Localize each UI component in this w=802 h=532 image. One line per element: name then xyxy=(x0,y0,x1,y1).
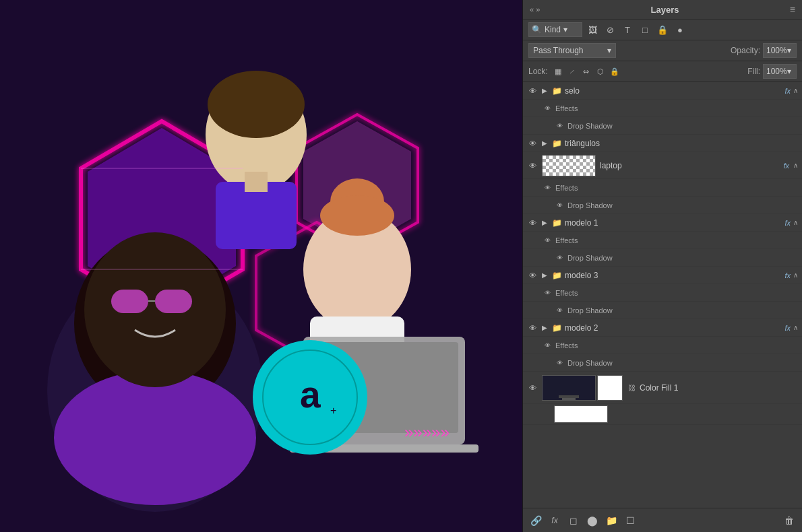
svg-point-9 xyxy=(84,232,226,387)
svg-point-14 xyxy=(208,71,305,138)
link-layers-icon[interactable]: 🔗 xyxy=(528,513,543,528)
lock-artboard-icon[interactable]: ⬡ xyxy=(594,65,607,77)
colorfill1-thumbs xyxy=(542,375,623,401)
chevron-up-laptop[interactable]: ∧ xyxy=(793,162,798,169)
layer-item-laptop-effects[interactable]: 👁 Effects xyxy=(523,179,802,197)
fill-section: Fill: 100% ▾ xyxy=(747,64,797,79)
effects-label-modelo1: Effects xyxy=(555,236,578,244)
canvas-svg: a + »»»»» xyxy=(0,0,522,532)
svg-text:a: a xyxy=(300,374,321,415)
fx-badge-laptop: fx xyxy=(783,162,789,170)
expand-arrow-modelo2[interactable]: ▶ xyxy=(541,324,549,332)
lock-move-icon[interactable]: ⇔ xyxy=(580,65,592,77)
filter-adjustment-icon[interactable]: ⊘ xyxy=(603,22,617,37)
visibility-icon-selo-effects[interactable]: 👁 xyxy=(542,103,553,114)
layer-fx-icon[interactable]: fx xyxy=(547,513,562,528)
layer-item-modelo1-dropshadow[interactable]: 👁 Drop Shadow xyxy=(523,249,802,267)
visibility-icon-colorfill1[interactable]: 👁 xyxy=(527,383,538,393)
visibility-icon-laptop[interactable]: 👁 xyxy=(527,160,538,171)
expand-arrow-modelo3[interactable]: ▶ xyxy=(541,271,549,279)
lock-pixels-icon[interactable]: ▦ xyxy=(552,65,564,77)
new-layer-icon[interactable]: ☐ xyxy=(623,513,638,528)
layer-item-selo-effects[interactable]: 👁 Effects xyxy=(523,100,802,117)
chevron-up-modelo1[interactable]: ∧ xyxy=(793,219,798,226)
lock-fill-row: Lock: ▦ ⟋ ⇔ ⬡ 🔒 Fill: 100% ▾ xyxy=(523,61,802,82)
layer-item-selo-dropshadow[interactable]: 👁 Drop Shadow xyxy=(523,117,802,135)
add-mask-icon[interactable]: ◻ xyxy=(566,513,581,528)
panel-menu-icon[interactable]: ≡ xyxy=(790,4,795,15)
layers-panel: « » Layers ≡ 🔍 Kind ▾ 🖼 ⊘ T □ 🔒 ● Pass T… xyxy=(522,0,802,532)
layer-name-selo: selo xyxy=(565,86,782,96)
visibility-icon-modelo1[interactable]: 👁 xyxy=(527,218,538,228)
filter-pixel-icon[interactable]: 🖼 xyxy=(585,22,600,37)
lock-paint-icon[interactable]: ⟋ xyxy=(566,65,578,77)
colorfill1-link-icon: ⛓ xyxy=(628,384,636,392)
layer-item-modelo2-effects[interactable]: 👁 Effects xyxy=(523,337,802,354)
lock-label: Lock: xyxy=(528,67,548,76)
kind-dropdown[interactable]: 🔍 Kind ▾ xyxy=(528,22,582,37)
lock-all-icon[interactable]: 🔒 xyxy=(609,65,621,77)
visibility-icon-modelo3-effects[interactable]: 👁 xyxy=(542,288,553,298)
adjustment-icon[interactable]: ⬤ xyxy=(585,513,600,528)
layer-name-triangulos: triângulos xyxy=(565,139,798,148)
folder-icon-modelo1: 📁 xyxy=(551,218,562,228)
opacity-input[interactable]: 100% ▾ xyxy=(763,43,797,58)
chevron-up-selo[interactable]: ∧ xyxy=(793,87,798,94)
blend-mode-dropdown[interactable]: Pass Through ▾ xyxy=(528,43,616,58)
delete-layer-icon[interactable]: 🗑 xyxy=(782,513,797,528)
layer-item-modelo2[interactable]: 👁 ▶ 📁 modelo 2 fx ∧ xyxy=(523,319,802,337)
filter-color-icon[interactable]: ● xyxy=(673,22,687,37)
visibility-icon-modelo1-dropshadow[interactable]: 👁 xyxy=(554,253,565,263)
fill-chevron-icon: ▾ xyxy=(787,67,791,76)
visibility-icon-modelo2-dropshadow[interactable]: 👁 xyxy=(554,358,565,368)
layer-item-colorfill1[interactable]: 👁 ⛓ Color Fill 1 xyxy=(523,372,802,404)
effects-label-laptop: Effects xyxy=(555,184,578,192)
visibility-icon-modelo3-dropshadow[interactable]: 👁 xyxy=(554,305,565,316)
lock-icons-group: ▦ ⟋ ⇔ ⬡ 🔒 xyxy=(552,65,621,77)
dropshadow-label-modelo3: Drop Shadow xyxy=(567,306,613,314)
visibility-icon-modelo2[interactable]: 👁 xyxy=(527,323,538,333)
kind-chevron-icon: ▾ xyxy=(563,25,567,34)
layer-item-selo[interactable]: 👁 ▶ 📁 selo fx ∧ xyxy=(523,82,802,100)
filter-smart-icon[interactable]: 🔒 xyxy=(655,22,670,37)
chevron-up-modelo3[interactable]: ∧ xyxy=(793,271,798,279)
layers-list: 👁 ▶ 📁 selo fx ∧ 👁 Effects 👁 Drop Shadow … xyxy=(523,82,802,508)
fx-badge-selo: fx xyxy=(784,87,791,95)
fill-input[interactable]: 100% ▾ xyxy=(763,64,797,79)
visibility-icon-laptop-effects[interactable]: 👁 xyxy=(542,182,553,193)
layer-item-modelo3-effects[interactable]: 👁 Effects xyxy=(523,284,802,302)
extra-thumb-row xyxy=(523,404,802,425)
layer-item-modelo3-dropshadow[interactable]: 👁 Drop Shadow xyxy=(523,302,802,319)
layer-item-triangulos[interactable]: 👁 ▶ 📁 triângulos xyxy=(523,135,802,152)
expand-arrow-selo[interactable]: ▶ xyxy=(541,87,549,95)
filter-text-icon[interactable]: T xyxy=(620,22,635,37)
fx-badge-modelo1: fx xyxy=(784,219,791,227)
svg-rect-10 xyxy=(111,290,148,313)
group-layers-icon[interactable]: 📁 xyxy=(604,513,619,528)
layer-item-modelo1-effects[interactable]: 👁 Effects xyxy=(523,232,802,249)
collapse-arrows-icon[interactable]: « » xyxy=(530,5,540,13)
chevron-up-modelo2[interactable]: ∧ xyxy=(793,324,798,331)
visibility-icon-modelo3[interactable]: 👁 xyxy=(527,270,538,281)
visibility-icon-laptop-dropshadow[interactable]: 👁 xyxy=(554,200,565,211)
layer-item-modelo1[interactable]: 👁 ▶ 📁 modelo 1 fx ∧ xyxy=(523,214,802,232)
visibility-icon-selo[interactable]: 👁 xyxy=(527,86,538,96)
layer-item-laptop[interactable]: 👁 laptop fx ∧ xyxy=(523,152,802,179)
visibility-icon-triangulos[interactable]: 👁 xyxy=(527,138,538,149)
expand-arrow-modelo1[interactable]: ▶ xyxy=(541,219,549,227)
layer-item-modelo3[interactable]: 👁 ▶ 📁 modelo 3 fx ∧ xyxy=(523,267,802,284)
layer-item-laptop-dropshadow[interactable]: 👁 Drop Shadow xyxy=(523,197,802,214)
svg-rect-16 xyxy=(245,172,268,192)
panel-header: « » Layers ≡ xyxy=(523,0,802,20)
layer-item-modelo2-dropshadow[interactable]: 👁 Drop Shadow xyxy=(523,354,802,372)
layers-bottom-toolbar: 🔗 fx ◻ ⬤ 📁 ☐ 🗑 xyxy=(523,508,802,532)
expand-arrow-triangulos[interactable]: ▶ xyxy=(541,139,549,147)
opacity-label: Opacity: xyxy=(731,46,760,55)
svg-rect-11 xyxy=(155,290,192,313)
visibility-icon-selo-dropshadow[interactable]: 👁 xyxy=(554,121,565,131)
svg-text:»»»»»: »»»»» xyxy=(404,423,450,441)
filter-shape-icon[interactable]: □ xyxy=(638,22,652,37)
fx-badge-modelo3: fx xyxy=(784,271,791,279)
visibility-icon-modelo1-effects[interactable]: 👁 xyxy=(542,235,553,246)
visibility-icon-modelo2-effects[interactable]: 👁 xyxy=(542,340,553,351)
